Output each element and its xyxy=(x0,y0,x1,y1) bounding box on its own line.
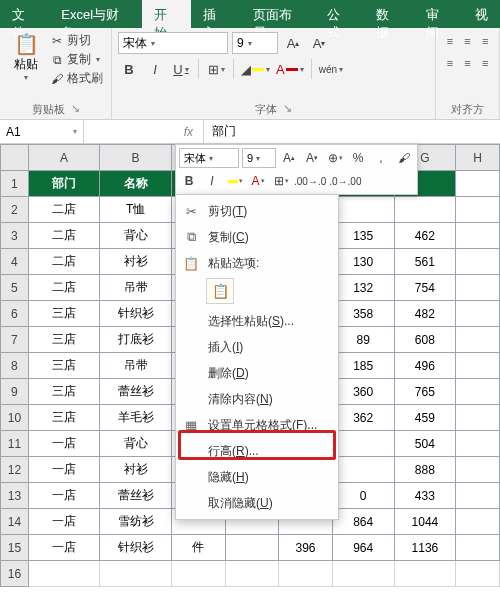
row-header[interactable]: 16 xyxy=(1,561,29,587)
cell[interactable]: 459 xyxy=(394,405,456,431)
cell[interactable] xyxy=(456,509,500,535)
mini-italic[interactable]: I xyxy=(202,171,222,191)
menu-tab[interactable]: 数据 xyxy=(364,0,413,28)
row-header[interactable]: 1 xyxy=(1,171,29,197)
cell[interactable] xyxy=(456,275,500,301)
cell[interactable]: 背心 xyxy=(100,223,172,249)
context-cut[interactable]: ✂剪切(T) xyxy=(176,198,338,224)
cell[interactable]: 蕾丝衫 xyxy=(100,483,172,509)
cell[interactable]: 三店 xyxy=(28,327,100,353)
expand-icon[interactable]: ↘ xyxy=(71,102,80,117)
cell[interactable]: 358 xyxy=(332,301,394,327)
font-name-select[interactable]: 宋体▾ xyxy=(118,32,228,54)
cell[interactable]: 496 xyxy=(394,353,456,379)
row-header[interactable]: 10 xyxy=(1,405,29,431)
row-header[interactable]: 14 xyxy=(1,509,29,535)
cell[interactable]: 二店 xyxy=(28,249,100,275)
fx-button[interactable]: fx xyxy=(184,125,193,139)
cell[interactable]: 一店 xyxy=(28,457,100,483)
mini-accounting-format[interactable]: ⊕ xyxy=(325,148,345,168)
cell[interactable]: 蕾丝衫 xyxy=(100,379,172,405)
cell[interactable] xyxy=(456,431,500,457)
fill-color-button[interactable]: ◢ xyxy=(240,58,271,80)
mini-bold[interactable]: B xyxy=(179,171,199,191)
cell[interactable] xyxy=(456,457,500,483)
cell[interactable] xyxy=(332,561,394,587)
italic-button[interactable]: I xyxy=(144,58,166,80)
cell[interactable] xyxy=(332,457,394,483)
cell[interactable]: 0 xyxy=(332,483,394,509)
mini-border[interactable]: ⊞ xyxy=(271,171,291,191)
cell[interactable] xyxy=(456,301,500,327)
cell[interactable]: 396 xyxy=(279,535,333,561)
cell[interactable] xyxy=(456,223,500,249)
align-top-button[interactable]: ≡ xyxy=(442,32,458,50)
cell[interactable]: 135 xyxy=(332,223,394,249)
cell[interactable] xyxy=(456,197,500,223)
phonetic-button[interactable]: wén xyxy=(318,58,344,80)
table-header-cell[interactable]: 名称 xyxy=(100,171,172,197)
cell[interactable]: 754 xyxy=(394,275,456,301)
mini-increase-decimal[interactable]: .00→.0 xyxy=(294,171,326,191)
mini-font-name[interactable]: 宋体▾ xyxy=(179,148,239,168)
copy-button[interactable]: ⧉复制▾ xyxy=(50,51,103,68)
decrease-font-button[interactable]: A▾ xyxy=(308,32,330,54)
row-header[interactable]: 6 xyxy=(1,301,29,327)
row-header[interactable]: 12 xyxy=(1,457,29,483)
cell[interactable] xyxy=(456,327,500,353)
cell[interactable] xyxy=(456,561,500,587)
cell[interactable] xyxy=(332,197,394,223)
cell[interactable]: T恤 xyxy=(100,197,172,223)
cell[interactable]: 雪纺衫 xyxy=(100,509,172,535)
context-clear-contents[interactable]: 清除内容(N) xyxy=(176,386,338,412)
mini-decrease-decimal[interactable]: .0→.00 xyxy=(329,171,361,191)
row-header[interactable]: 7 xyxy=(1,327,29,353)
cell[interactable] xyxy=(456,405,500,431)
cell[interactable]: 360 xyxy=(332,379,394,405)
format-painter-button[interactable]: 🖌格式刷 xyxy=(50,70,103,87)
table-header-cell[interactable]: 部门 xyxy=(28,171,100,197)
cell[interactable] xyxy=(225,535,279,561)
row-header[interactable]: 15 xyxy=(1,535,29,561)
cell[interactable]: 130 xyxy=(332,249,394,275)
menu-tab[interactable]: 视 xyxy=(463,0,500,28)
mini-comma-button[interactable]: , xyxy=(371,148,391,168)
cell[interactable]: 89 xyxy=(332,327,394,353)
cell[interactable] xyxy=(456,171,500,197)
row-header[interactable]: 4 xyxy=(1,249,29,275)
cell[interactable]: 561 xyxy=(394,249,456,275)
mini-format-painter[interactable]: 🖌 xyxy=(394,148,414,168)
context-copy[interactable]: ⧉复制(C) xyxy=(176,224,338,250)
cell[interactable]: 362 xyxy=(332,405,394,431)
cut-button[interactable]: ✂剪切 xyxy=(50,32,103,49)
cell[interactable]: 864 xyxy=(332,509,394,535)
cell[interactable]: 504 xyxy=(394,431,456,457)
paste-option-default[interactable]: 📋 xyxy=(206,278,234,304)
menu-tab[interactable]: 公式 xyxy=(315,0,364,28)
mini-increase-font[interactable]: A▴ xyxy=(279,148,299,168)
cell[interactable] xyxy=(394,561,456,587)
align-left-button[interactable]: ≡ xyxy=(442,54,458,72)
context-insert[interactable]: 插入(I) xyxy=(176,334,338,360)
cell[interactable]: 482 xyxy=(394,301,456,327)
expand-icon[interactable]: ↘ xyxy=(283,102,292,117)
cell[interactable]: 二店 xyxy=(28,275,100,301)
cell[interactable]: 三店 xyxy=(28,405,100,431)
cell[interactable]: 1136 xyxy=(394,535,456,561)
cell[interactable] xyxy=(171,561,225,587)
cell[interactable] xyxy=(456,353,500,379)
underline-button[interactable]: U xyxy=(170,58,192,80)
row-header[interactable]: 5 xyxy=(1,275,29,301)
mini-font-size[interactable]: 9▾ xyxy=(242,148,276,168)
cell[interactable]: 三店 xyxy=(28,353,100,379)
row-header[interactable]: 11 xyxy=(1,431,29,457)
cell[interactable] xyxy=(456,379,500,405)
mini-font-color[interactable]: A xyxy=(248,171,268,191)
formula-input[interactable]: 部门 xyxy=(204,120,500,143)
row-header[interactable]: 9 xyxy=(1,379,29,405)
row-header[interactable]: 13 xyxy=(1,483,29,509)
cell[interactable]: 一店 xyxy=(28,535,100,561)
mini-fill-color[interactable] xyxy=(225,171,245,191)
align-bottom-button[interactable]: ≡ xyxy=(477,32,493,50)
align-center-button[interactable]: ≡ xyxy=(460,54,476,72)
